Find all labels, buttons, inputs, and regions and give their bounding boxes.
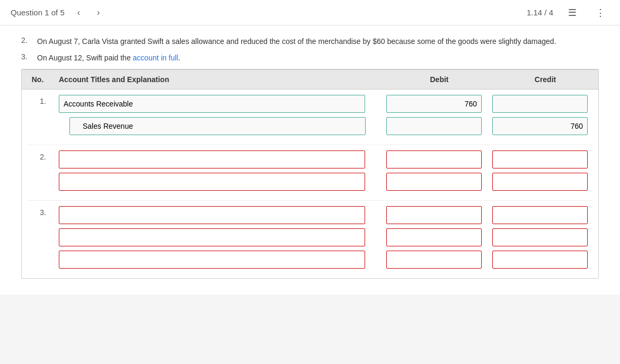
entry-number-2b-blank (27, 173, 59, 175)
entry-row-3a: 3. (27, 206, 593, 224)
entry-col-account-3a (59, 206, 381, 224)
entry-number-2: 2. (27, 150, 59, 161)
col-header-no: No. (22, 75, 54, 84)
entry-col-credit-1a (487, 95, 593, 113)
entry-col-debit-3c (381, 251, 487, 269)
col-header-account: Account Titles and Explanation (54, 75, 386, 84)
entry-col-credit-3b (487, 228, 593, 246)
entry-col-debit-1b (381, 117, 487, 135)
entry-col-credit-2a (487, 150, 593, 168)
entry-col-credit-3c (487, 251, 593, 269)
debit-input-3a[interactable] (386, 206, 482, 224)
more-icon-button[interactable]: ⋮ (591, 5, 609, 21)
table-body: 1. (22, 90, 598, 278)
entry-col-account-1a (59, 95, 381, 113)
credit-input-2b[interactable] (492, 173, 588, 191)
entry-number-1: 1. (27, 95, 59, 105)
prev-button[interactable]: ‹ (73, 6, 84, 20)
entry-group-2: 2. (27, 145, 593, 201)
entry-col-account-3c (59, 251, 381, 269)
credit-input-2a[interactable] (492, 150, 588, 168)
problem-desc-2: On August 7, Carla Vista granted Swift a… (37, 36, 599, 47)
entry-col-debit-1a (381, 95, 487, 113)
header: Question 1 of 5 ‹ › 1.14 / 4 ☰ ⋮ (0, 0, 620, 25)
account-input-1a[interactable] (59, 95, 365, 113)
account-input-3a[interactable] (59, 206, 365, 224)
debit-input-1b[interactable] (386, 117, 482, 135)
entry-number-3b-blank (27, 228, 59, 230)
next-button[interactable]: › (93, 6, 104, 20)
entry-number-1b-blank (27, 117, 59, 119)
entry-group-3: 3. (27, 201, 593, 278)
account-link: account in full (133, 54, 179, 62)
question-label: Question 1 of 5 (11, 8, 65, 17)
credit-input-3b[interactable] (492, 228, 588, 246)
entry-col-credit-3a (487, 206, 593, 224)
account-input-3b[interactable] (59, 228, 365, 246)
problem-number-2: 2. (21, 36, 37, 47)
entry-row-2b (27, 173, 593, 191)
debit-input-2a[interactable] (386, 150, 482, 168)
entry-col-debit-2b (381, 173, 487, 191)
entry-row-1b (27, 117, 593, 135)
account-input-3c[interactable] (59, 251, 365, 269)
entry-col-credit-1b (487, 117, 593, 135)
header-right: 1.14 / 4 ☰ ⋮ (527, 5, 609, 21)
entry-group-1: 1. (27, 90, 593, 145)
credit-input-1a[interactable] (492, 95, 588, 113)
col-header-debit: Debit (386, 75, 492, 84)
debit-input-2b[interactable] (386, 173, 482, 191)
entry-col-debit-2a (381, 150, 487, 168)
list-icon-button[interactable]: ☰ (564, 5, 581, 21)
header-left: Question 1 of 5 ‹ › (11, 6, 104, 20)
entry-col-account-2b (59, 173, 381, 191)
account-input-2b[interactable] (59, 173, 365, 191)
entry-col-account-1b (59, 117, 381, 135)
entry-col-credit-2b (487, 173, 593, 191)
entry-row-3b (27, 228, 593, 246)
entry-number-3c-blank (27, 251, 59, 253)
entry-row-1a: 1. (27, 95, 593, 113)
col-header-credit: Credit (492, 75, 598, 84)
entry-col-debit-3a (381, 206, 487, 224)
table-header: No. Account Titles and Explanation Debit… (22, 69, 598, 90)
debit-input-1a[interactable] (386, 95, 482, 113)
problem-item-3: 3. On August 12, Swift paid the account … (21, 52, 599, 64)
entry-col-account-3b (59, 228, 381, 246)
debit-input-3b[interactable] (386, 228, 482, 246)
entry-col-debit-3b (381, 228, 487, 246)
entry-row-3c (27, 251, 593, 269)
entry-number-3: 3. (27, 206, 59, 217)
problem-desc-3: On August 12, Swift paid the account in … (37, 52, 599, 64)
problem-number-3: 3. (21, 52, 37, 64)
journal-table: No. Account Titles and Explanation Debit… (21, 69, 599, 279)
credit-input-3c[interactable] (492, 251, 588, 269)
content-area: 2. On August 7, Carla Vista granted Swif… (0, 25, 620, 295)
entry-col-account-2a (59, 150, 381, 168)
entry-row-2a: 2. (27, 150, 593, 168)
account-input-2a[interactable] (59, 150, 365, 168)
problem-item-2: 2. On August 7, Carla Vista granted Swif… (21, 36, 599, 47)
score-label: 1.14 / 4 (527, 8, 553, 17)
credit-input-1b[interactable] (492, 117, 588, 135)
account-input-1b[interactable] (69, 117, 366, 135)
debit-input-3c[interactable] (386, 251, 482, 269)
credit-input-3a[interactable] (492, 206, 588, 224)
